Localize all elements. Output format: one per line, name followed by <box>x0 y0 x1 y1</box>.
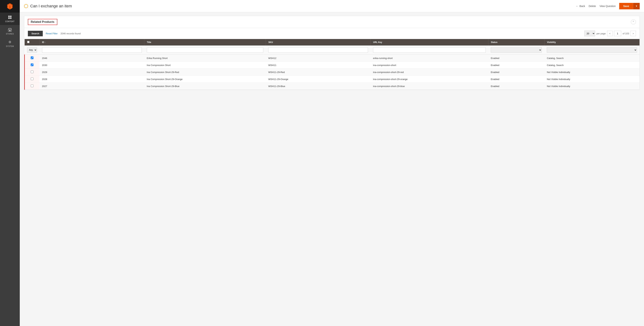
per-page-select[interactable]: 20 50 100 <box>584 31 595 36</box>
row-status: Enabled <box>488 69 544 76</box>
row-title: Ina Compression Short-29-Red <box>144 69 266 76</box>
select-all-checkbox[interactable] <box>27 41 30 43</box>
row-checkbox-cell <box>24 76 40 83</box>
row-id: 2027 <box>40 83 144 90</box>
row-url_key: ina-compression-short-29-orange <box>370 76 488 83</box>
filter-sku-input[interactable] <box>268 47 368 53</box>
svg-rect-1 <box>10 16 12 17</box>
row-url_key: erika-running-short <box>370 55 488 62</box>
chevron-right-icon: > <box>632 32 634 35</box>
collapse-icon: ⌃ <box>632 21 634 23</box>
status-circle-icon <box>24 4 28 8</box>
row-checkbox[interactable] <box>31 71 34 73</box>
filter-title-input[interactable] <box>147 47 264 53</box>
row-checkbox-cell <box>24 83 40 90</box>
row-url_key: ina-compression-short <box>370 62 488 69</box>
chevron-left-icon: < <box>609 32 610 35</box>
row-checkbox[interactable] <box>31 85 34 87</box>
sidebar-item-stores-label: STORES <box>6 33 14 35</box>
row-checkbox-cell <box>24 62 40 69</box>
delete-button[interactable]: Delete <box>589 5 596 8</box>
prev-page-button[interactable]: < <box>607 31 612 36</box>
delete-label: Delete <box>589 5 596 8</box>
svg-rect-3 <box>10 18 12 19</box>
filter-id-cell <box>40 46 144 55</box>
content-icon <box>8 15 12 20</box>
row-status: Enabled <box>488 62 544 69</box>
products-table: ID ↑ Title SKU URL Key Status Visibility <box>24 39 640 90</box>
save-btn-group: Save ▼ <box>619 3 640 9</box>
row-checkbox[interactable] <box>31 64 34 66</box>
row-sku: WSH11-29-Orange <box>266 76 370 83</box>
page-title: Can I exchange an item <box>30 4 72 9</box>
row-checkbox-cell <box>24 69 40 76</box>
next-page-button[interactable]: > <box>630 31 636 36</box>
chevron-down-icon: ▼ <box>636 5 638 7</box>
svg-rect-2 <box>8 18 10 19</box>
back-arrow-icon: ← <box>576 5 578 8</box>
page-number-input[interactable] <box>614 31 621 36</box>
row-status: Enabled <box>488 83 544 90</box>
th-sku: SKU <box>266 39 370 46</box>
row-id: 2028 <box>40 76 144 83</box>
row-visibility: Catalog, Search <box>544 55 640 62</box>
filter-title-cell <box>144 46 266 55</box>
sidebar-logo <box>0 0 20 13</box>
table-row: 2029Ina Compression Short-29-RedWSH11-29… <box>24 69 640 76</box>
th-checkbox <box>24 39 40 46</box>
content-area: Related Products ⌃ Search Reset Filter 2… <box>20 12 644 326</box>
filter-status-select[interactable]: Enabled Disabled <box>491 47 542 53</box>
section-collapse-button[interactable]: ⌃ <box>631 20 636 25</box>
row-status: Enabled <box>488 55 544 62</box>
sidebar-item-content-label: CONTENT <box>5 21 14 23</box>
sidebar-item-system[interactable]: ⚙ SYSTEM <box>0 37 20 50</box>
row-visibility: Catalog, Search <box>544 62 640 69</box>
related-products-section: Related Products ⌃ Search Reset Filter 2… <box>24 16 640 90</box>
filter-status-cell: Enabled Disabled <box>488 46 544 55</box>
main-content: Can I exchange an item ← Back Delete Vie… <box>20 0 644 326</box>
row-id: 2030 <box>40 62 144 69</box>
page-header: Can I exchange an item ← Back Delete Vie… <box>20 0 644 12</box>
view-question-label: View Question <box>600 5 616 8</box>
search-button[interactable]: Search <box>28 31 43 36</box>
row-sku: WSH11-29-Blue <box>266 83 370 90</box>
filter-id-input[interactable] <box>42 47 142 53</box>
row-checkbox[interactable] <box>31 57 34 59</box>
page-title-area: Can I exchange an item <box>24 4 573 9</box>
filter-url-key-cell <box>370 46 488 55</box>
view-question-button[interactable]: View Question <box>600 5 616 8</box>
table-row: 2028Ina Compression Short-29-OrangeWSH11… <box>24 76 640 83</box>
reset-filter-button[interactable]: Reset Filter <box>46 32 58 35</box>
records-count: 2046 records found <box>60 32 582 35</box>
th-url-key: URL Key <box>370 39 488 46</box>
sort-id-icon: ↑ <box>45 41 46 43</box>
filter-visibility-select[interactable]: Catalog, Search Not Visible Individually <box>547 47 637 53</box>
th-title: Title <box>144 39 266 46</box>
row-sku: WSH12 <box>266 55 370 62</box>
filter-visibility-cell: Catalog, Search Not Visible Individually <box>544 46 640 55</box>
filter-any-select[interactable]: Any Yes No <box>27 47 37 53</box>
row-title: Erika Running Short <box>144 55 266 62</box>
save-button[interactable]: Save <box>619 3 633 9</box>
th-id[interactable]: ID ↑ <box>40 39 144 46</box>
header-actions: ← Back Delete View Question Save ▼ <box>576 3 640 9</box>
sidebar-item-content[interactable]: CONTENT <box>0 13 20 25</box>
sidebar-item-stores[interactable]: STORES <box>0 25 20 37</box>
system-icon: ⚙ <box>8 40 12 44</box>
row-checkbox[interactable] <box>31 78 34 80</box>
table-toolbar: Search Reset Filter 2046 records found 2… <box>24 28 640 39</box>
row-title: Ina Compression Short-29-Orange <box>144 76 266 83</box>
pagination-area: 20 50 100 per page < of 103 > <box>584 31 636 36</box>
svg-rect-0 <box>8 16 10 17</box>
table-wrap: ID ↑ Title SKU URL Key Status Visibility <box>24 39 640 90</box>
table-row: 2027Ina Compression Short-29-BlueWSH11-2… <box>24 83 640 90</box>
sidebar-item-system-label: SYSTEM <box>6 45 14 47</box>
row-title: Ina Compression Short <box>144 62 266 69</box>
back-button[interactable]: ← Back <box>576 5 585 8</box>
filter-url-key-input[interactable] <box>373 47 486 53</box>
section-header: Related Products ⌃ <box>24 16 640 28</box>
filter-sku-cell <box>266 46 370 55</box>
save-dropdown-button[interactable]: ▼ <box>633 3 640 9</box>
stores-icon <box>8 28 12 32</box>
row-checkbox-cell <box>24 55 40 62</box>
